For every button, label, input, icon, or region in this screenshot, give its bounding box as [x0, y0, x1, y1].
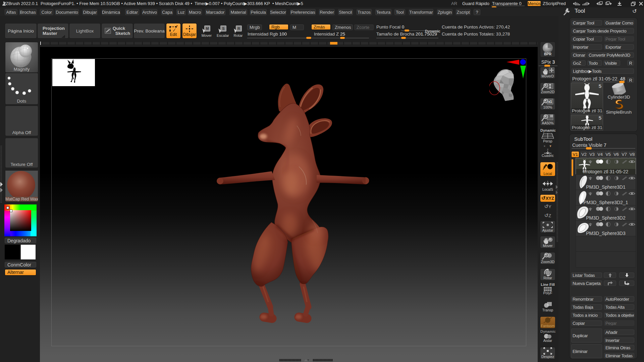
svg-text:M: M: [206, 26, 209, 31]
svg-text:S: S: [222, 26, 224, 31]
svg-text:R: R: [237, 26, 240, 31]
svg-text:x1: x1: [548, 100, 552, 104]
